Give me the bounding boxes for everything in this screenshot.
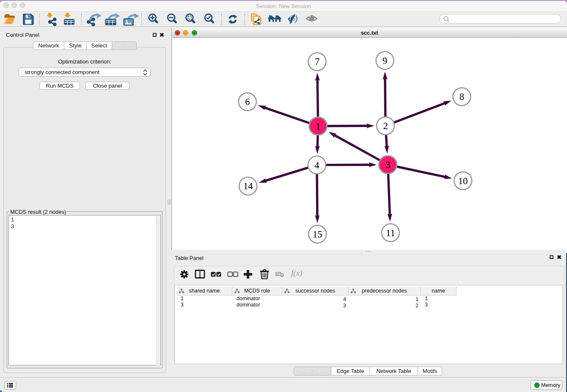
svg-text:15: 15 [313, 229, 322, 240]
svg-text:4: 4 [314, 160, 319, 171]
svg-text:9: 9 [383, 55, 387, 66]
svg-text:8: 8 [460, 91, 464, 102]
svg-text:2: 2 [383, 121, 388, 131]
svg-text:6: 6 [245, 97, 250, 107]
svg-text:3: 3 [385, 160, 390, 170]
svg-text:10: 10 [458, 176, 468, 186]
svg-text:11: 11 [386, 228, 395, 238]
svg-text:14: 14 [243, 181, 253, 191]
svg-text:1: 1 [316, 121, 320, 132]
svg-text:7: 7 [315, 56, 319, 67]
